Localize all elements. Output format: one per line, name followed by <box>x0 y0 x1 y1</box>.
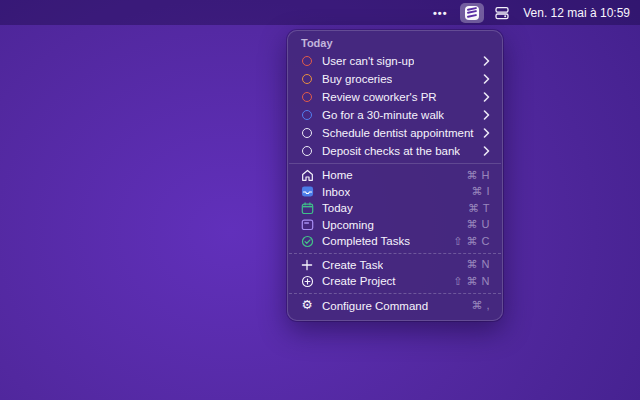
menu-item-completed-tasks[interactable]: Completed Tasks ⇧ ⌘ C <box>288 233 502 250</box>
menu-item-create-task[interactable]: Create Task ⌘ N <box>288 257 502 274</box>
chevron-right-icon <box>483 74 490 84</box>
task-label: User can't sign-up <box>322 55 414 67</box>
task-label: Deposit checks at the bank <box>322 145 460 157</box>
shortcut-hint: ⌘ H <box>467 169 491 182</box>
gear-icon: ⚙ <box>301 299 312 312</box>
task-item[interactable]: Buy groceries <box>288 70 502 88</box>
chevron-right-icon <box>483 92 490 102</box>
task-item[interactable]: Schedule dentist appointment <box>288 124 502 142</box>
shortcut-hint: ⌘ I <box>471 185 490 198</box>
menu-item-configure-command[interactable]: ⚙ Configure Command ⌘ , <box>288 297 502 315</box>
menu-item-home[interactable]: Home ⌘ H <box>288 167 502 184</box>
task-label: Go for a 30-minute walk <box>322 109 444 121</box>
menubar-clock[interactable]: Ven. 12 mai à 10:59 <box>523 6 630 20</box>
task-item[interactable]: Review coworker's PR <box>288 88 502 106</box>
priority-circle-icon <box>302 128 312 138</box>
menu-divider <box>289 163 501 164</box>
chevron-right-icon <box>483 110 490 120</box>
menu-item-label: Inbox <box>322 186 350 198</box>
menubar-overflow-ellipsis-icon[interactable]: ••• <box>427 3 453 23</box>
circle-plus-icon <box>301 275 314 288</box>
section-header-today: Today <box>288 35 502 52</box>
menu-item-create-project[interactable]: Create Project ⇧ ⌘ N <box>288 273 502 290</box>
menu-item-today[interactable]: Today ⌘ T <box>288 200 502 217</box>
menu-item-label: Completed Tasks <box>322 235 410 247</box>
plus-icon <box>301 259 313 271</box>
todoist-logo-icon <box>465 6 479 20</box>
task-label: Buy groceries <box>322 73 392 85</box>
home-icon <box>301 169 314 182</box>
menu-divider <box>289 253 501 254</box>
shortcut-hint: ⌘ T <box>468 202 490 215</box>
menu-item-label: Create Task <box>322 259 383 271</box>
task-label: Review coworker's PR <box>322 91 437 103</box>
menu-item-label: Today <box>322 202 353 214</box>
completed-check-icon <box>301 235 314 248</box>
menu-divider <box>289 293 501 294</box>
priority-circle-icon <box>302 74 312 84</box>
chevron-right-icon <box>483 56 490 66</box>
shortcut-hint: ⌘ U <box>467 218 491 231</box>
chevron-right-icon <box>483 146 490 156</box>
calendar-upcoming-icon <box>301 218 314 231</box>
priority-circle-icon <box>302 56 312 66</box>
menu-item-label: Configure Command <box>322 300 428 312</box>
task-item[interactable]: Deposit checks at the bank <box>288 142 502 160</box>
priority-circle-icon <box>302 146 312 156</box>
todoist-dropdown-menu: Today User can't sign-up Buy groceries R… <box>287 30 503 321</box>
chevron-right-icon <box>483 128 490 138</box>
inbox-icon <box>301 185 314 198</box>
calendar-today-icon <box>301 202 314 215</box>
task-item[interactable]: Go for a 30-minute walk <box>288 106 502 124</box>
stack-icon <box>494 5 510 21</box>
stack-menubar-icon[interactable] <box>491 3 513 23</box>
desktop-wallpaper: ••• Ven. 12 mai à 10:59 Today User can't… <box>0 0 640 400</box>
todoist-menubar-button[interactable] <box>460 3 484 23</box>
menu-item-label: Create Project <box>322 275 396 287</box>
shortcut-hint: ⌘ N <box>467 258 491 271</box>
menu-bar: ••• Ven. 12 mai à 10:59 <box>0 0 640 25</box>
menu-item-inbox[interactable]: Inbox ⌘ I <box>288 184 502 201</box>
menu-item-upcoming[interactable]: Upcoming ⌘ U <box>288 217 502 234</box>
menu-item-label: Upcoming <box>322 219 374 231</box>
priority-circle-icon <box>302 110 312 120</box>
task-item[interactable]: User can't sign-up <box>288 52 502 70</box>
menu-item-label: Home <box>322 169 353 181</box>
task-label: Schedule dentist appointment <box>322 127 474 139</box>
shortcut-hint: ⌘ , <box>471 299 490 312</box>
shortcut-hint: ⇧ ⌘ N <box>453 275 490 288</box>
priority-circle-icon <box>302 92 312 102</box>
shortcut-hint: ⇧ ⌘ C <box>453 235 490 248</box>
